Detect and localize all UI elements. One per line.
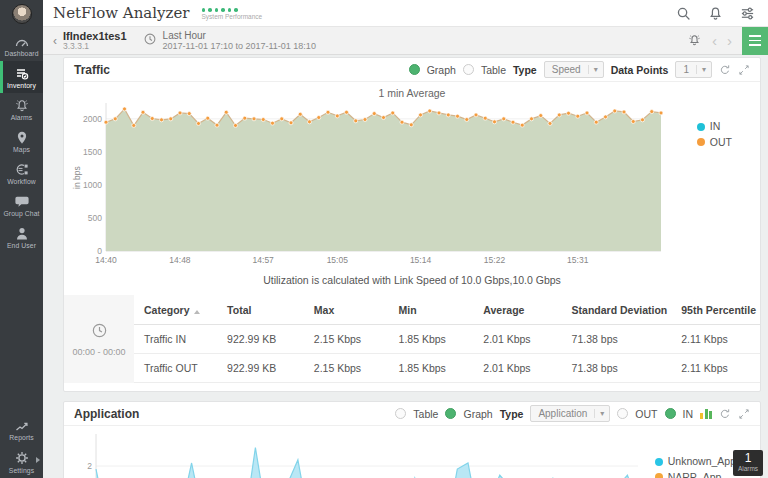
traffic-stats-zone: 00:00 - 00:00 Category Total Max Min Ave… xyxy=(64,295,760,383)
svg-text:14:48: 14:48 xyxy=(169,255,191,265)
app-type-select[interactable]: Application▾ xyxy=(530,405,610,422)
svg-text:15:05: 15:05 xyxy=(327,255,349,265)
in-legend-dot xyxy=(697,123,705,131)
app-graph-radio-label[interactable]: Graph xyxy=(463,408,492,420)
sidebar-item-label: Settings xyxy=(0,467,43,474)
device-ip: 3.3.3.1 xyxy=(63,42,127,51)
sidebar-item-alarms[interactable]: Alarms xyxy=(0,93,43,125)
svg-text:2000: 2000 xyxy=(83,114,102,124)
col-max[interactable]: Max xyxy=(304,295,389,325)
col-min[interactable]: Min xyxy=(389,295,474,325)
alarms-badge[interactable]: 1 Alarms xyxy=(733,450,763,476)
sidebar-item-inventory[interactable]: Inventory xyxy=(0,61,43,93)
workflow-icon xyxy=(0,162,43,177)
prev-device-chevron-icon[interactable]: ‹ xyxy=(712,33,717,48)
traffic-chart-title: 1 min Average xyxy=(64,82,760,101)
app-in-radio-label[interactable]: IN xyxy=(683,408,694,420)
sidebar-item-end-user[interactable]: End User xyxy=(0,221,43,253)
application-legend[interactable]: Unknown_App NARP_App SEP_App SKIP_App TC… xyxy=(655,454,736,478)
traffic-legend[interactable]: IN OUT xyxy=(697,119,732,150)
sidebar: Dashboard Inventory Alarms Maps Workflow… xyxy=(0,0,43,478)
sidebar-item-label: Workflow xyxy=(0,178,43,185)
sidebar-item-settings[interactable]: Settings xyxy=(0,445,43,478)
svg-text:500: 500 xyxy=(88,213,102,223)
clock-icon xyxy=(91,322,108,343)
search-icon[interactable] xyxy=(676,6,691,21)
sidebar-item-label: Inventory xyxy=(0,82,43,89)
col-stddev[interactable]: Standard Deviation xyxy=(562,295,672,325)
user-avatar[interactable] xyxy=(12,4,32,24)
app-type-label: Type xyxy=(500,408,524,420)
col-category[interactable]: Category xyxy=(134,295,217,325)
app-table-radio[interactable] xyxy=(395,408,406,419)
sidebar-item-label: Group Chat xyxy=(0,210,43,217)
app-graph-radio[interactable] xyxy=(445,408,456,419)
device-alarm-bell-icon[interactable] xyxy=(687,33,702,48)
time-range-block: 00:00 - 00:00 xyxy=(64,295,134,383)
legend-item: NARP_App xyxy=(655,470,736,478)
views-menu-button[interactable] xyxy=(742,27,768,55)
table-row-traffic-out[interactable]: Traffic OUT 922.99 KB 2.15 Kbps 1.85 Kbp… xyxy=(134,354,760,383)
svg-text:in bps: in bps xyxy=(72,166,82,189)
traffic-graph-radio[interactable] xyxy=(409,64,420,75)
chevron-down-icon: ▾ xyxy=(696,65,711,74)
bar-chart-icon xyxy=(700,409,712,419)
back-chevron-icon[interactable]: ‹ xyxy=(53,34,57,48)
table-row-traffic-in[interactable]: Traffic IN 922.99 KB 2.15 Kbps 1.85 Kbps… xyxy=(134,325,760,354)
app-out-radio[interactable] xyxy=(617,408,628,419)
expand-icon[interactable] xyxy=(738,408,750,420)
system-performance-dots xyxy=(202,8,263,12)
app-out-radio-label[interactable]: OUT xyxy=(635,408,657,420)
application-panel: Application Table Graph Type Application… xyxy=(63,401,761,478)
report-chart-icon xyxy=(0,418,43,433)
sidebar-item-label: Dashboard xyxy=(0,50,43,57)
gauge-icon xyxy=(0,35,43,49)
legend-item: Unknown_App xyxy=(655,454,736,470)
bell-icon[interactable] xyxy=(708,6,723,21)
time-period[interactable]: Last Hour 2017-11-01 17:10 to 2017-11-01… xyxy=(143,30,316,52)
time-range-label: 00:00 - 00:00 xyxy=(72,347,125,357)
clock-icon xyxy=(143,32,157,50)
list-check-icon xyxy=(0,66,43,81)
legend-item-out: OUT xyxy=(697,135,732,151)
topbar: NetFlow Analyzer System Performance xyxy=(43,0,768,27)
application-chart[interactable]: 2 xyxy=(72,432,672,478)
sidebar-item-maps[interactable]: Maps xyxy=(0,125,43,157)
out-legend-dot xyxy=(697,138,705,146)
refresh-icon[interactable] xyxy=(719,408,731,420)
traffic-chart[interactable]: 050010001500200014:4014:4814:5715:0515:1… xyxy=(72,101,732,267)
sidebar-item-group-chat[interactable]: Group Chat xyxy=(0,189,43,221)
traffic-graph-radio-label[interactable]: Graph xyxy=(427,64,456,76)
sliders-icon[interactable] xyxy=(740,6,755,21)
col-total[interactable]: Total xyxy=(217,295,304,325)
system-performance[interactable]: System Performance xyxy=(202,8,263,20)
traffic-table-radio[interactable] xyxy=(463,64,474,75)
svg-text:1500: 1500 xyxy=(83,147,102,157)
sidebar-item-reports[interactable]: Reports xyxy=(0,413,43,445)
datapoints-select[interactable]: 1▾ xyxy=(675,61,712,78)
datapoints-label: Data Points xyxy=(611,64,669,76)
app-table-radio-label[interactable]: Table xyxy=(413,408,438,420)
period-label: Last Hour xyxy=(163,30,316,42)
expand-icon[interactable] xyxy=(738,64,750,76)
next-device-chevron-icon[interactable]: › xyxy=(727,33,732,48)
application-panel-title: Application xyxy=(74,407,139,421)
system-performance-label: System Performance xyxy=(202,13,263,20)
traffic-table-radio-label[interactable]: Table xyxy=(481,64,506,76)
refresh-icon[interactable] xyxy=(719,64,731,76)
narp-app-legend-dot xyxy=(655,473,663,478)
svg-text:14:57: 14:57 xyxy=(253,255,275,265)
app-title: NetFlow Analyzer xyxy=(53,4,190,22)
col-95th[interactable]: 95th Percentile xyxy=(671,295,760,325)
sidebar-item-dashboard[interactable]: Dashboard xyxy=(0,30,43,61)
sidebar-item-workflow[interactable]: Workflow xyxy=(0,157,43,189)
chevron-down-icon: ▾ xyxy=(588,65,603,74)
app-in-radio[interactable] xyxy=(665,408,676,419)
table-header-row: Category Total Max Min Average Standard … xyxy=(134,295,760,325)
legend-item-in: IN xyxy=(697,119,732,135)
col-average[interactable]: Average xyxy=(473,295,561,325)
svg-text:14:40: 14:40 xyxy=(95,255,117,265)
svg-text:2: 2 xyxy=(87,461,92,471)
map-pin-icon xyxy=(0,130,43,145)
traffic-type-select[interactable]: Speed▾ xyxy=(544,61,604,78)
